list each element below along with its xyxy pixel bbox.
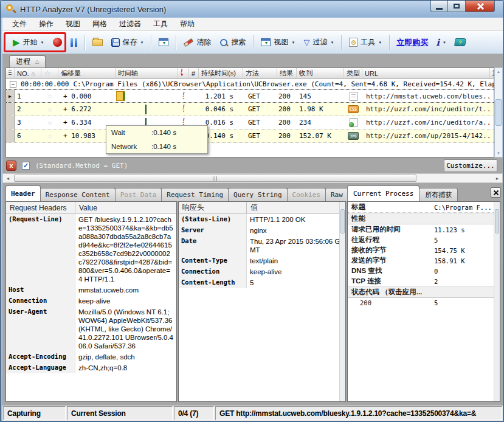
scroll-down-icon[interactable]: ▼ xyxy=(497,150,500,157)
scroll-up-icon[interactable]: ▲ xyxy=(497,68,500,75)
header-row[interactable]: Host mmstat.ucweb.com xyxy=(6,285,176,296)
request-headers-columns: Request Headers Value xyxy=(6,202,176,214)
header-row[interactable]: User-Agent Mozilla/5.0 (Windows NT 6.1; … xyxy=(6,306,176,351)
favorite-star-icon[interactable]: ☆ xyxy=(41,130,58,142)
status-code-row[interactable]: 200 5 xyxy=(348,298,500,308)
header-row[interactable]: Date Thu, 23 Apr 2015 03:56:06 GMT xyxy=(179,236,345,255)
scroll-left-icon[interactable]: ◄ xyxy=(3,174,13,182)
filter-button[interactable]: ▽ 过滤 ▼ xyxy=(299,34,338,50)
favorite-star-icon[interactable]: ☆ xyxy=(41,116,58,129)
menu-tools[interactable]: 工具 xyxy=(147,18,174,30)
column-redirect[interactable]: 重定 xyxy=(490,68,494,79)
column-type[interactable]: 类型 xyxy=(344,68,362,79)
menu-file[interactable]: 文件 xyxy=(6,18,33,30)
col-request-headers[interactable]: Request Headers xyxy=(6,202,75,213)
menu-grid[interactable]: 网格 xyxy=(86,18,113,30)
column-alert[interactable]: !▾ xyxy=(178,68,189,79)
maximize-button[interactable] xyxy=(448,1,465,12)
column-method[interactable]: 方法 xyxy=(243,68,277,79)
column-count[interactable]: # xyxy=(189,68,199,79)
session-row[interactable]: 3 ☆ + 6.334 !▾ 0.016 s GET 200 234 http:… xyxy=(6,116,494,130)
scrollbar-thumb[interactable] xyxy=(14,175,416,182)
process-group-row[interactable]: − 00:00:00.000 C:\Program Files (x86)\UC… xyxy=(6,79,494,89)
header-corner[interactable] xyxy=(6,68,15,79)
header-row[interactable]: Accept-Encoding gzip, deflate, sdch xyxy=(6,351,176,362)
tools-dropdown-icon[interactable]: ▼ xyxy=(378,41,382,44)
pause-button[interactable] xyxy=(66,35,81,50)
column-no[interactable]: NO.△ xyxy=(15,68,41,79)
start-button[interactable]: ▶ 开始 ▼ xyxy=(9,34,49,50)
column-favorite[interactable]: ☆ xyxy=(41,68,58,79)
help-book-button[interactable]: ? xyxy=(450,35,470,49)
cell-received: 152.07 K xyxy=(297,130,344,142)
clear-button[interactable]: 清除 xyxy=(179,34,215,50)
tools-button[interactable]: ⚙ 工具 ▼ xyxy=(345,34,386,50)
column-timeline[interactable]: 时间轴 xyxy=(116,68,178,79)
col-value[interactable]: Value xyxy=(75,202,176,213)
header-row[interactable]: (Request-Line) GET /bluesky.1.9.1.2.10?c… xyxy=(6,214,176,285)
export-window-button[interactable] xyxy=(154,35,173,49)
pane-scrollbar[interactable] xyxy=(494,202,500,401)
tab-all-captures[interactable]: 所有捕获 xyxy=(419,188,458,201)
save-dropdown-icon[interactable]: ▼ xyxy=(140,41,144,44)
tab-query-string[interactable]: Query String xyxy=(228,188,287,201)
session-row[interactable]: 2 ☆ + 6.272 !▾ 0.046 s GET 200 1.98 K CS… xyxy=(6,103,494,116)
save-button[interactable]: 保存 ▼ xyxy=(107,34,148,50)
buy-now-link[interactable]: 立即购买 xyxy=(396,37,428,48)
tab-response-content[interactable]: Response Content xyxy=(40,188,116,201)
pane-scrollbar[interactable] xyxy=(339,202,345,401)
view-dropdown-icon[interactable]: ▼ xyxy=(291,41,295,44)
filter-dropdown-icon[interactable]: ▼ xyxy=(330,41,334,44)
menu-filter[interactable]: 过滤器 xyxy=(113,18,147,30)
grid-vertical-scrollbar[interactable]: ▲ ▼ xyxy=(494,67,503,157)
cell-url: http://uzzf.com/inc/ueditor/a... xyxy=(362,116,490,129)
grid-horizontal-scrollbar[interactable]: ◄ ► xyxy=(2,173,503,183)
info-dropdown-icon[interactable]: ▼ xyxy=(443,41,446,44)
search-button[interactable]: 搜索 xyxy=(215,34,250,50)
info-button[interactable]: i ▼ xyxy=(432,34,450,51)
remove-filter-button[interactable]: x xyxy=(6,161,16,171)
view-button[interactable]: 视图 ▼ xyxy=(257,34,299,50)
stop-button[interactable] xyxy=(49,35,66,50)
close-button[interactable] xyxy=(465,1,495,12)
filter-enabled-checkbox[interactable]: ✓ xyxy=(22,162,30,170)
col-response-headers[interactable]: 响应头 xyxy=(179,202,247,213)
session-row[interactable]: 6 ☆ + 10.983 !▾ 0.140 s GET 200 152.07 K… xyxy=(6,130,494,143)
start-dropdown-icon[interactable]: ▼ xyxy=(41,41,44,44)
minimize-button[interactable] xyxy=(430,1,448,12)
column-offset[interactable]: 偏移量 xyxy=(58,68,116,79)
process-group-tab[interactable]: 进程 △ xyxy=(9,55,46,67)
favorite-star-icon[interactable]: ☆ xyxy=(41,103,58,116)
collapse-icon[interactable]: − xyxy=(10,81,16,88)
header-row[interactable]: Connection keep-alive xyxy=(6,296,176,306)
tab-current-process[interactable]: Current Process xyxy=(347,185,419,201)
header-row[interactable]: Server nginx xyxy=(179,225,345,236)
open-button[interactable] xyxy=(88,36,107,49)
customize-button[interactable]: Customize... xyxy=(444,159,497,172)
tab-request-timing[interactable]: Request Timing xyxy=(161,188,229,201)
column-duration[interactable]: 持续时间(s) xyxy=(199,68,243,79)
column-url[interactable]: URL xyxy=(362,68,490,79)
column-received[interactable]: 收到 xyxy=(297,68,344,79)
menu-action[interactable]: 操作 xyxy=(33,18,60,30)
favorite-star-icon[interactable]: ☆ xyxy=(41,90,58,102)
header-row[interactable]: Content-Type text/plain xyxy=(179,255,345,266)
session-row[interactable]: ▶ 1 ☆ + 0.000 !▾ 1.201 s GET 200 145 htt… xyxy=(6,89,494,103)
app-logo-icon[interactable] xyxy=(5,4,16,15)
funnel-icon: ▽ xyxy=(303,38,309,46)
menu-view[interactable]: 视图 xyxy=(60,18,86,30)
column-result[interactable]: 结果 xyxy=(277,68,297,79)
scrollbar-thumb[interactable] xyxy=(495,99,502,126)
tab-header[interactable]: Header xyxy=(5,185,41,201)
app-window: HTTP Analyzer V7 (Unregistered Version) … xyxy=(0,0,504,422)
menu-help[interactable]: 帮助 xyxy=(174,18,201,30)
header-row[interactable]: (Status-Line) HTTP/1.1 200 OK xyxy=(179,214,345,225)
header-row[interactable]: Content-Length 5 xyxy=(179,277,345,288)
col-value[interactable]: 值 xyxy=(247,202,345,213)
header-row[interactable]: Connection keep-alive xyxy=(179,266,345,277)
pause-icon xyxy=(71,38,77,47)
panel-close-icon[interactable] xyxy=(491,187,501,198)
scroll-right-icon[interactable]: ► xyxy=(492,174,502,182)
status-bar: Capturing Current Session 0/4 (7) GET ht… xyxy=(2,406,503,421)
header-row[interactable]: Accept-Language zh-CN,zh;q=0.8 xyxy=(6,362,176,373)
